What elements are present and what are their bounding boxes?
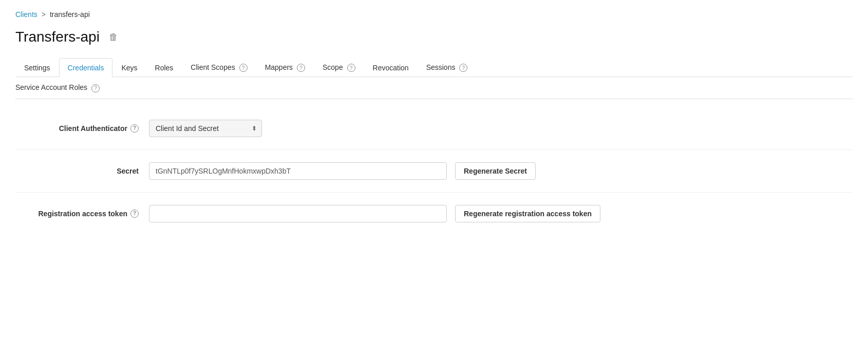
page-title: Transfers-api: [15, 29, 100, 45]
secret-row: Secret Regenerate Secret: [15, 162, 853, 193]
client-authenticator-select[interactable]: Client Id and Secret Client JWT Client S…: [149, 120, 262, 137]
service-account-help-icon[interactable]: ?: [91, 84, 100, 92]
tab-scope-label: Scope: [323, 63, 343, 71]
client-authenticator-label: Client Authenticator ?: [15, 124, 149, 133]
regenerate-secret-button[interactable]: Regenerate Secret: [455, 162, 536, 180]
tab-sessions[interactable]: Sessions ?: [418, 58, 477, 77]
regenerate-registration-token-button[interactable]: Regenerate registration access token: [455, 205, 600, 222]
secret-input[interactable]: [149, 162, 447, 180]
scope-help-icon[interactable]: ?: [347, 64, 355, 72]
tab-keys[interactable]: Keys: [112, 58, 146, 77]
trash-icon: 🗑: [109, 32, 118, 43]
tab-mappers[interactable]: Mappers ?: [256, 58, 314, 77]
tab-scope[interactable]: Scope ?: [314, 58, 364, 77]
delete-button[interactable]: 🗑: [107, 30, 120, 45]
tab-mappers-label: Mappers: [265, 63, 293, 71]
client-authenticator-select-wrapper: Client Id and Secret Client JWT Client S…: [149, 120, 262, 137]
breadcrumb-clients-link[interactable]: Clients: [15, 10, 37, 18]
client-authenticator-help-icon[interactable]: ?: [130, 124, 139, 133]
registration-access-token-label: Registration access token ?: [15, 210, 149, 218]
client-scopes-help-icon[interactable]: ?: [239, 64, 248, 72]
tab-credentials[interactable]: Credentials: [59, 58, 113, 77]
breadcrumb: Clients > transfers-api: [15, 10, 853, 18]
page-header: Transfers-api 🗑: [15, 29, 853, 45]
tab-revocation[interactable]: Revocation: [364, 58, 418, 77]
breadcrumb-separator: >: [42, 10, 46, 18]
tabs-row: Settings Credentials Keys Roles Client S…: [15, 58, 853, 77]
tab-service-account-roles[interactable]: Service Account Roles ?: [15, 83, 100, 98]
credentials-content: Client Authenticator ? Client Id and Sec…: [15, 115, 853, 252]
registration-access-token-row: Registration access token ? Regenerate r…: [15, 205, 853, 235]
registration-token-help-icon[interactable]: ?: [130, 210, 139, 218]
secret-label: Secret: [15, 167, 149, 175]
tab-client-scopes-label: Client Scopes: [191, 63, 235, 71]
sessions-help-icon[interactable]: ?: [459, 64, 467, 72]
secret-control: Regenerate Secret: [149, 162, 853, 180]
mappers-help-icon[interactable]: ?: [297, 64, 305, 72]
tab-sessions-label: Sessions: [426, 63, 456, 71]
registration-access-token-input[interactable]: [149, 205, 447, 222]
tab-settings[interactable]: Settings: [15, 58, 59, 77]
second-row-tabs: Service Account Roles ?: [15, 77, 853, 99]
client-authenticator-control: Client Id and Secret Client JWT Client S…: [149, 120, 853, 137]
registration-token-control: Regenerate registration access token: [149, 205, 853, 222]
client-authenticator-row: Client Authenticator ? Client Id and Sec…: [15, 120, 853, 150]
tab-client-scopes[interactable]: Client Scopes ?: [182, 58, 256, 77]
service-account-roles-label: Service Account Roles: [15, 83, 87, 91]
tab-roles[interactable]: Roles: [146, 58, 182, 77]
breadcrumb-current: transfers-api: [50, 10, 90, 18]
